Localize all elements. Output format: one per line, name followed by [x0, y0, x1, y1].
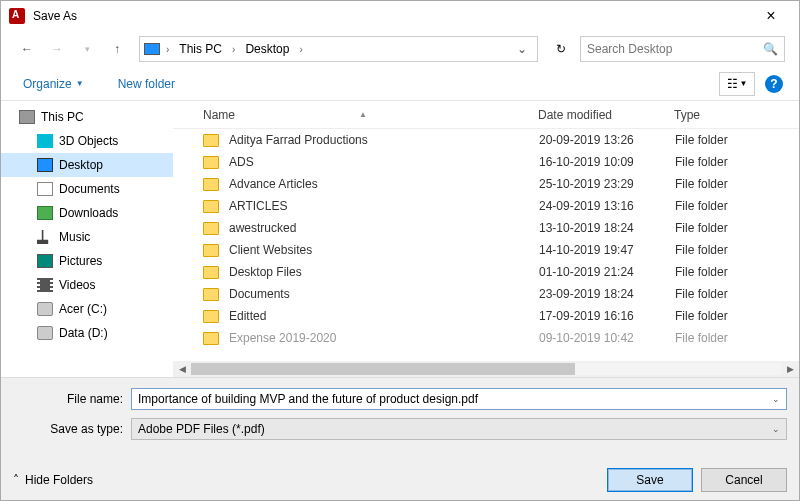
file-date: 24-09-2019 13:16	[539, 199, 675, 213]
tree-music[interactable]: Music	[1, 225, 173, 249]
recent-dropdown[interactable]: ▾	[75, 37, 99, 61]
folder-icon	[203, 266, 219, 279]
nav-bar: ← → ▾ ↑ › This PC › Desktop › ⌄ ↻ Search…	[1, 31, 799, 67]
file-name: Desktop Files	[229, 265, 539, 279]
table-row[interactable]: Advance Articles25-10-2019 23:29File fol…	[173, 173, 799, 195]
file-type: File folder	[675, 199, 799, 213]
close-button[interactable]: ×	[751, 7, 791, 25]
file-name-label: File name:	[13, 392, 131, 406]
music-icon	[37, 230, 53, 244]
folder-icon	[203, 134, 219, 147]
folder-icon	[203, 222, 219, 235]
pictures-icon	[37, 254, 53, 268]
file-name: Documents	[229, 287, 539, 301]
chevron-right-icon[interactable]: ›	[228, 44, 239, 55]
horizontal-scrollbar[interactable]: ◀ ▶	[173, 361, 799, 377]
save-button[interactable]: Save	[607, 468, 693, 492]
scroll-right-icon[interactable]: ▶	[783, 364, 797, 374]
file-date: 23-09-2019 18:24	[539, 287, 675, 301]
file-type: File folder	[675, 133, 799, 147]
scroll-left-icon[interactable]: ◀	[175, 364, 189, 374]
address-dropdown[interactable]: ⌄	[511, 42, 533, 56]
breadcrumb-desktop[interactable]: Desktop	[241, 40, 293, 58]
cancel-button[interactable]: Cancel	[701, 468, 787, 492]
file-name: Editted	[229, 309, 539, 323]
scroll-thumb[interactable]	[191, 363, 575, 375]
save-type-select[interactable]: Adobe PDF Files (*.pdf) ⌄	[131, 418, 787, 440]
tree-data-d[interactable]: Data (D:)	[1, 321, 173, 345]
hide-folders-button[interactable]: ˄ Hide Folders	[13, 473, 93, 487]
save-type-label: Save as type:	[13, 422, 131, 436]
videos-icon	[37, 278, 53, 292]
breadcrumb-this-pc[interactable]: This PC	[175, 40, 226, 58]
address-bar[interactable]: › This PC › Desktop › ⌄	[139, 36, 538, 62]
tree-3d-objects[interactable]: 3D Objects	[1, 129, 173, 153]
search-input[interactable]: Search Desktop 🔍	[580, 36, 785, 62]
column-date[interactable]: Date modified	[538, 108, 674, 122]
tree-downloads[interactable]: Downloads	[1, 201, 173, 225]
window-title: Save As	[33, 9, 751, 23]
file-date: 09-10-2019 10:42	[539, 331, 675, 345]
tree-this-pc[interactable]: This PC	[1, 105, 173, 129]
folder-icon	[203, 332, 219, 345]
file-name-input[interactable]: Importance of building MVP and the futur…	[131, 388, 787, 410]
drive-icon	[37, 326, 53, 340]
file-date: 14-10-2019 19:47	[539, 243, 675, 257]
file-type: File folder	[675, 243, 799, 257]
file-name: ADS	[229, 155, 539, 169]
table-row[interactable]: ARTICLES24-09-2019 13:16File folder	[173, 195, 799, 217]
tree-acer-c[interactable]: Acer (C:)	[1, 297, 173, 321]
file-name: Client Websites	[229, 243, 539, 257]
column-name[interactable]: Name ▲	[173, 108, 538, 122]
table-row[interactable]: Expense 2019-202009-10-2019 10:42File fo…	[173, 327, 799, 349]
table-row[interactable]: ADS16-10-2019 10:09File folder	[173, 151, 799, 173]
table-row[interactable]: Aditya Farrad Productions20-09-2019 13:2…	[173, 129, 799, 151]
toolbar: Organize ▼ New folder ☷ ▼ ?	[1, 67, 799, 101]
file-type: File folder	[675, 287, 799, 301]
file-type: File folder	[675, 155, 799, 169]
nav-tree[interactable]: This PC 3D Objects Desktop Documents Dow…	[1, 101, 173, 377]
folder-icon	[203, 178, 219, 191]
tree-desktop[interactable]: Desktop	[1, 153, 173, 177]
column-headers: Name ▲ Date modified Type	[173, 101, 799, 129]
folder-icon	[203, 200, 219, 213]
desktop-icon	[37, 158, 53, 172]
table-row[interactable]: Desktop Files01-10-2019 21:24File folder	[173, 261, 799, 283]
file-type: File folder	[675, 177, 799, 191]
help-button[interactable]: ?	[765, 75, 783, 93]
view-options-button[interactable]: ☷ ▼	[719, 72, 755, 96]
folder-icon	[203, 288, 219, 301]
chevron-down-icon[interactable]: ⌄	[772, 394, 780, 404]
table-row[interactable]: Documents23-09-2019 18:24File folder	[173, 283, 799, 305]
downloads-icon	[37, 206, 53, 220]
table-row[interactable]: awestrucked13-10-2019 18:24File folder	[173, 217, 799, 239]
up-button[interactable]: ↑	[105, 37, 129, 61]
3d-icon	[37, 134, 53, 148]
table-row[interactable]: Client Websites14-10-2019 19:47File fold…	[173, 239, 799, 261]
back-button[interactable]: ←	[15, 37, 39, 61]
chevron-right-icon[interactable]: ›	[162, 44, 173, 55]
tree-documents[interactable]: Documents	[1, 177, 173, 201]
form-area: File name: Importance of building MVP an…	[1, 377, 799, 460]
chevron-down-icon: ▼	[740, 79, 748, 88]
file-date: 13-10-2019 18:24	[539, 221, 675, 235]
tree-pictures[interactable]: Pictures	[1, 249, 173, 273]
title-bar: Save As ×	[1, 1, 799, 31]
list-view-icon: ☷	[727, 77, 738, 91]
documents-icon	[37, 182, 53, 196]
forward-button[interactable]: →	[45, 37, 69, 61]
new-folder-button[interactable]: New folder	[112, 73, 181, 95]
chevron-right-icon[interactable]: ›	[295, 44, 306, 55]
file-name: awestrucked	[229, 221, 539, 235]
refresh-button[interactable]: ↻	[548, 36, 574, 62]
table-row[interactable]: Editted17-09-2019 16:16File folder	[173, 305, 799, 327]
column-type[interactable]: Type	[674, 108, 799, 122]
file-rows: Aditya Farrad Productions20-09-2019 13:2…	[173, 129, 799, 361]
organize-button[interactable]: Organize ▼	[17, 73, 90, 95]
scroll-track[interactable]	[191, 363, 781, 375]
file-type: File folder	[675, 265, 799, 279]
chevron-down-icon[interactable]: ⌄	[772, 424, 780, 434]
tree-videos[interactable]: Videos	[1, 273, 173, 297]
search-icon[interactable]: 🔍	[763, 42, 778, 56]
search-placeholder: Search Desktop	[587, 42, 672, 56]
